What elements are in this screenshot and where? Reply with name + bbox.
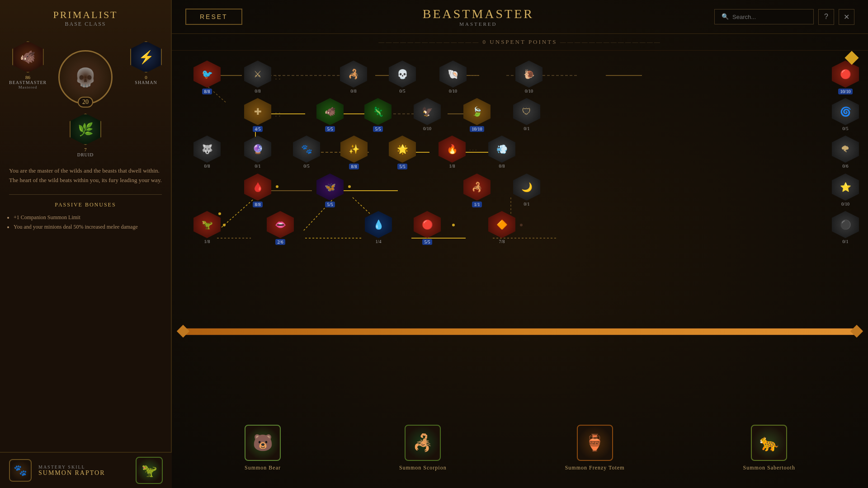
node-r2n4[interactable]: 🦅 0/10: [414, 98, 441, 131]
node-r2n3-icon: 🦎: [364, 98, 392, 125]
node-r2n3[interactable]: 🦎 5/5: [364, 98, 392, 132]
node-r1n7-icon: 🔴: [832, 61, 859, 88]
skill-sabertooth-icon: 🐆: [751, 425, 787, 461]
node-r2n4-count: 0/10: [423, 126, 431, 131]
class-title: Primalist: [5, 9, 166, 21]
druid-name: Druid: [77, 152, 94, 157]
node-r5n5-count: 7/8: [499, 239, 505, 244]
passive-2: You and your minions deal 50% increased …: [14, 222, 157, 232]
node-r5n4[interactable]: 🔴 5/5: [414, 211, 441, 245]
header-right: 🔍 ? ✕: [714, 9, 854, 25]
skill-sabertooth[interactable]: 🐆 Summon Sabertooth: [743, 425, 795, 471]
skill-scorpion-icon: 🦂: [405, 425, 441, 461]
node-r1n7[interactable]: 🔴 10/10: [832, 61, 859, 94]
node-r5n5[interactable]: 🔶 7/8: [488, 211, 515, 244]
node-r3n7-count: 0/8: [499, 164, 505, 169]
node-r5n1[interactable]: 🦖 1/8: [193, 211, 221, 244]
node-r5n2[interactable]: 👄 2/6: [267, 211, 294, 245]
divider-1: [9, 194, 162, 195]
shaman-name: Shaman: [135, 80, 157, 85]
node-r3n2-count: 0/1: [255, 164, 261, 169]
node-r2n1[interactable]: ✚ 4/5: [244, 98, 271, 132]
node-r2n7[interactable]: 🌀 0/5: [832, 98, 859, 131]
progress-diamond-left: [177, 325, 189, 338]
node-r4n3[interactable]: 🦂 1/1: [463, 174, 491, 207]
node-r4n2[interactable]: 🦋 5/5: [316, 174, 344, 207]
node-r3n4[interactable]: ✨ 8/8: [340, 136, 368, 169]
node-r1n1[interactable]: 🐦 8/8: [193, 61, 221, 94]
node-r1n3[interactable]: 🦂 0/8: [340, 61, 367, 94]
passive-bonuses: +1 Companion Summon Limit You and your m…: [0, 211, 171, 235]
title-area: Beastmaster Mastered: [423, 7, 534, 27]
skill-bear[interactable]: 🐻 Summon Bear: [245, 425, 281, 471]
search-icon: 🔍: [722, 13, 729, 20]
bottom-skills: 🐻 Summon Bear 🦂 Summon Scorpion 🏺 Summon…: [185, 420, 854, 488]
avatar-area: 🐗 86 Beastmaster Mastered 💀 20 ⚡ 0 Shama…: [0, 32, 171, 122]
skill-totem-icon: 🏺: [577, 425, 613, 461]
main-header: Reset Beastmaster Mastered 🔍 ? ✕: [172, 0, 868, 34]
search-input[interactable]: [732, 14, 807, 20]
connector-dots-4: ···: [469, 147, 478, 154]
passive-1: +1 Companion Summon Limit: [14, 213, 157, 223]
node-r3n8[interactable]: 🌪 0/6: [832, 136, 859, 169]
node-r2n3-count: 5/5: [373, 126, 383, 132]
node-r5n6-icon: ⚫: [832, 211, 859, 238]
reset-button[interactable]: Reset: [185, 9, 242, 25]
node-r1n4[interactable]: 💀 0/5: [389, 61, 416, 94]
connector-dots-1: ::: [275, 72, 282, 82]
node-r3n6[interactable]: 🔥 1/8: [439, 136, 466, 169]
skill-totem-name: Summon Frenzy Totem: [565, 465, 625, 471]
node-r3n7[interactable]: 💨 0/8: [488, 136, 515, 169]
node-r4n1-count: 8/8: [253, 202, 263, 207]
subclass-beastmaster[interactable]: 🐗 86 Beastmaster Mastered: [9, 41, 47, 89]
skill-scorpion[interactable]: 🦂 Summon Scorpion: [399, 425, 447, 471]
node-r3n1[interactable]: 🐺 0/8: [193, 136, 221, 169]
skill-bear-icon: 🐻: [245, 425, 281, 461]
node-r1n2-icon: ⚔: [244, 61, 271, 88]
node-r5n6[interactable]: ⚫ 0/1: [832, 211, 859, 244]
node-r1n5-icon: 🐚: [439, 61, 467, 88]
skill-tree: 🐦 8/8 ⚔ 0/8 :: 🦂 0/8 💀 0/5 🐚 0/10 ··· 🐌: [172, 51, 868, 340]
mastery-skill-icon[interactable]: 🦖: [136, 457, 163, 484]
dot-r5d: [520, 224, 523, 226]
node-r3n3[interactable]: 🐾 0/5: [293, 136, 320, 169]
subclass-shaman[interactable]: ⚡ 0 Shaman: [130, 41, 162, 85]
mastery-class-icon: 🐾: [9, 459, 32, 482]
node-r5n2-icon: 👄: [267, 211, 294, 238]
main-panel: Reset Beastmaster Mastered 🔍 ? ✕ ———————…: [172, 0, 868, 488]
node-r2n5-icon: 🍃: [463, 98, 491, 125]
node-r2n5[interactable]: 🍃 10/10: [463, 98, 491, 132]
class-subtitle: Base Class: [5, 21, 166, 28]
node-r3n2[interactable]: 🔮 0/1: [244, 136, 271, 169]
connector-dots-3: ::: [275, 109, 282, 119]
node-r2n7-count: 0/5: [843, 126, 849, 131]
node-r4n1-icon: 🩸: [244, 174, 271, 201]
main-subtitle: Mastered: [423, 21, 534, 27]
node-r2n6[interactable]: 🛡 0/1: [513, 98, 540, 131]
node-r1n2-count: 0/8: [255, 89, 261, 94]
node-r4n5[interactable]: ⭐ 0/10: [832, 174, 859, 206]
node-r2n2-count: 5/5: [325, 126, 335, 132]
node-r4n4[interactable]: 🌙 0/1: [513, 174, 540, 206]
mastery-skill-name: Summon Raptor: [38, 469, 129, 477]
node-r5n3[interactable]: 💧 1/4: [365, 211, 392, 244]
search-box[interactable]: 🔍: [714, 9, 814, 24]
node-r2n1-count: 4/5: [253, 126, 263, 132]
node-r4n1[interactable]: 🩸 8/8: [244, 174, 271, 207]
dot-r5b: [223, 224, 226, 226]
node-r4n5-count: 0/10: [841, 202, 849, 206]
node-r3n5[interactable]: 🌟 5/5: [389, 136, 416, 169]
close-button[interactable]: ✕: [839, 9, 854, 25]
node-r1n5[interactable]: 🐚 0/10: [439, 61, 467, 94]
node-r1n6[interactable]: 🐌 0/10: [515, 61, 542, 94]
connector-dots-2: ···: [470, 72, 479, 80]
beastmaster-name: Beastmaster: [9, 80, 47, 85]
node-r5n6-count: 0/1: [843, 239, 849, 244]
node-r2n2[interactable]: 🐗 5/5: [316, 98, 344, 132]
mastery-skill-bar: 🐾 Mastery Skill Summon Raptor 🦖: [0, 452, 172, 488]
subclass-druid[interactable]: 🌿 7 Druid: [70, 113, 101, 157]
skill-totem[interactable]: 🏺 Summon Frenzy Totem: [565, 425, 625, 471]
node-r1n2[interactable]: ⚔ 0/8: [244, 61, 271, 94]
help-button[interactable]: ?: [818, 9, 834, 25]
node-r1n3-count: 0/8: [351, 89, 357, 94]
